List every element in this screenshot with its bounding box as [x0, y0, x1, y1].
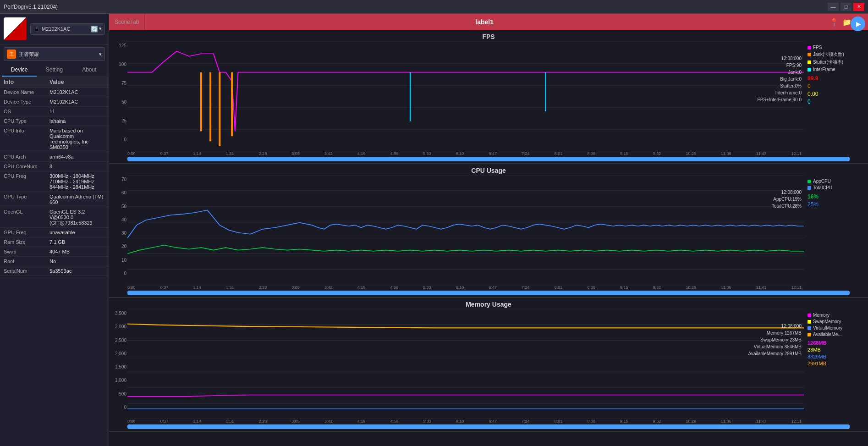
- app-icon: 王: [7, 50, 16, 59]
- info-row: Device TypeM2102K1AC: [0, 97, 109, 107]
- cpu-chart-title: CPU Usage: [109, 164, 868, 175]
- info-label: GPU Type: [4, 194, 49, 199]
- info-table-header: Info Value: [0, 77, 109, 88]
- close-button[interactable]: ✕: [853, 3, 864, 11]
- cpu-scrollbar[interactable]: [127, 291, 850, 295]
- memory-legend: Memory SwapMemory VirtualMemory Ava: [804, 309, 868, 419]
- sidebar: 📱 M2102K1AC 🔄 ▾ 王 王者荣耀 ▾ Device Setting …: [0, 14, 109, 446]
- memory-legend-virtual: VirtualMemory: [808, 325, 864, 330]
- memory-legend-swap: SwapMemory: [808, 319, 864, 324]
- cpu-chart-section: CPU Usage 70 60 50 40 30 20 10 0: [109, 164, 868, 298]
- fps-chart-area: 125 100 75 50 25 0: [109, 41, 868, 151]
- cpu-stats: 12:08:000 AppCPU:19% TotalCPU:28%: [772, 189, 802, 209]
- fps-val1: 89.9: [808, 75, 864, 82]
- swapmem-color-dot: [808, 320, 811, 324]
- info-row: OpenGLOpenGL ES 3.2 V@0530.0 (GIT@7981c5…: [0, 207, 109, 228]
- app-dropdown-icon: ▾: [99, 51, 102, 57]
- cpu-scrollbar-thumb[interactable]: [127, 291, 850, 295]
- virtualmem-color-dot: [808, 326, 811, 330]
- cpu-legend-app: AppCPU: [808, 179, 864, 184]
- info-label: CPU Type: [4, 118, 49, 124]
- info-value: 8: [49, 164, 105, 169]
- maximize-button[interactable]: □: [841, 3, 852, 11]
- cpu-legend-total: TotalCPU: [808, 185, 864, 190]
- memory-stat-virtual: VirtualMemory:8846MB: [748, 343, 802, 350]
- info-label: GPU Freq: [4, 230, 49, 235]
- appcpu-color-dot: [808, 180, 811, 183]
- col-value-header: Value: [49, 79, 105, 85]
- fps-legend-jank: Jank(卡顿次数): [808, 51, 864, 58]
- tab-about[interactable]: About: [72, 64, 107, 77]
- charts-container: FPS 125 100 75 50 25 0: [109, 30, 868, 446]
- tab-setting[interactable]: Setting: [37, 64, 71, 77]
- dropdown-icon[interactable]: ▾: [99, 26, 102, 33]
- info-row: RootNo: [0, 257, 109, 266]
- totalcpu-color-dot: [808, 186, 811, 190]
- app-selector[interactable]: 王 王者荣耀 ▾: [4, 47, 105, 61]
- minimize-button[interactable]: —: [828, 3, 839, 11]
- play-button[interactable]: [851, 17, 865, 31]
- cpu-stat-time: 12:08:000: [772, 189, 802, 196]
- cpu-stat-app: AppCPU:19%: [772, 196, 802, 203]
- app-name: 王者荣耀: [19, 51, 39, 58]
- app-title: PerfDog(v5.1.210204): [4, 4, 58, 10]
- memory-stat-swap: SwapMemory:23MB: [748, 336, 802, 343]
- fps-stat-time: 12:08:000: [758, 55, 802, 62]
- memory-scrollbar-thumb[interactable]: [127, 424, 850, 429]
- stutter-color-dot: [808, 61, 811, 64]
- fps-legend-stutter: Stutter(卡顿率): [808, 59, 864, 66]
- fps-chart-section: FPS 125 100 75 50 25 0: [109, 30, 868, 164]
- fps-canvas: [127, 41, 804, 151]
- info-row: CPU InfoMars based on Qualcomm Technolog…: [0, 126, 109, 152]
- cpu-val2: 25%: [808, 201, 864, 208]
- cpu-val1: 16%: [808, 193, 864, 200]
- location-icon[interactable]: 📍: [830, 18, 839, 27]
- info-value: unavailable: [49, 230, 105, 235]
- info-value: 300MHz - 1804MHz 710MHz - 2419MHz 844MHz…: [49, 173, 105, 190]
- fps-y-axis: 125 100 75 50 25 0: [109, 41, 127, 151]
- fps-legend: FPS Jank(卡顿次数) Stutter(卡顿率) InterFr: [804, 41, 868, 151]
- col-info-header: Info: [4, 79, 49, 85]
- fps-scrollbar-thumb[interactable]: [127, 157, 850, 161]
- info-row: OS11: [0, 107, 109, 116]
- sidebar-tabs: Device Setting About: [2, 64, 107, 77]
- info-value: 11: [49, 109, 105, 114]
- cpu-canvas: [127, 175, 804, 285]
- info-label: OS: [4, 109, 49, 114]
- info-value: No: [49, 259, 105, 264]
- cpu-legend: AppCPU TotalCPU 16% 25%: [804, 175, 868, 285]
- fps-stat-jank: Jank:0: [758, 69, 802, 76]
- memory-color-dot: [808, 314, 811, 317]
- info-label: Device Name: [4, 89, 49, 95]
- device-avatar: [4, 17, 27, 40]
- info-label: SerialNum: [4, 268, 49, 274]
- memory-stat-available: AvailableMemory:2991MB: [748, 350, 802, 357]
- fps-val2: 0: [808, 83, 864, 89]
- device-selector[interactable]: 📱 M2102K1AC 🔄 ▾: [30, 23, 105, 35]
- memory-scrollbar[interactable]: [127, 424, 850, 429]
- info-value: arm64-v8a: [49, 154, 105, 160]
- info-value: Qualcomm Adreno (TM) 660: [49, 194, 105, 205]
- tab-device[interactable]: Device: [2, 64, 37, 77]
- titlebar: PerfDog(v5.1.210204) — □ ✕: [0, 0, 868, 14]
- cpu-svg: [127, 175, 804, 285]
- fps-x-axis: 0:000:371:141:512:283:053:424:194:565:33…: [109, 151, 868, 156]
- mem-val1: 1268MB: [808, 340, 864, 346]
- device-header: 📱 M2102K1AC 🔄 ▾: [0, 14, 109, 44]
- scene-tab-title: label1: [145, 18, 824, 26]
- cpu-y-axis: 70 60 50 40 30 20 10 0: [109, 175, 127, 285]
- app-container: 📱 M2102K1AC 🔄 ▾ 王 王者荣耀 ▾ Device Setting …: [0, 14, 868, 446]
- info-value: Mars based on Qualcomm Technologies, Inc…: [49, 128, 105, 150]
- memory-stats: 12:08:000 Memory:1267MB SwapMemory:23MB …: [748, 323, 802, 357]
- mem-val4: 2991MB: [808, 361, 864, 366]
- fps-legend-fps: FPS: [808, 45, 864, 50]
- memory-stat-time: 12:08:000: [748, 323, 802, 330]
- fps-scrollbar[interactable]: [127, 157, 850, 161]
- refresh-icon[interactable]: 🔄: [91, 26, 98, 33]
- info-row: CPU Archarm64-v8a: [0, 152, 109, 162]
- cpu-chart-area: 70 60 50 40 30 20 10 0: [109, 175, 868, 285]
- info-value: lahaina: [49, 118, 105, 124]
- info-row: Swap4047 MB: [0, 247, 109, 257]
- folder-icon[interactable]: 📁: [842, 18, 852, 27]
- memory-svg: [127, 309, 804, 419]
